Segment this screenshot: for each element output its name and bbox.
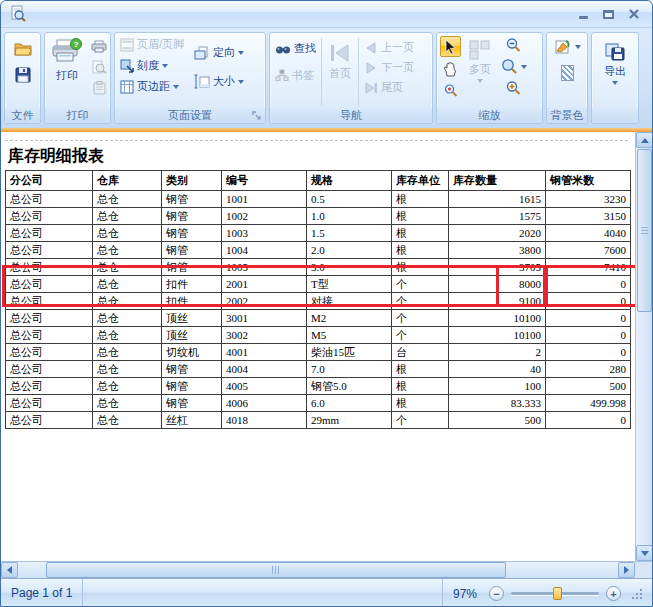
quick-print-button[interactable] [88,38,110,55]
table-row: 总公司总仓钢管40066.0根83.333499.998 [6,395,631,412]
size-button[interactable]: 大小 [192,73,246,90]
table-cell: 499.998 [546,395,631,412]
table-cell: 总公司 [6,225,93,242]
table-row: 总公司总仓钢管4005钢管5.0根100500 [6,378,631,395]
table-row: 总公司总仓钢管40047.0根40280 [6,361,631,378]
scroll-left-button[interactable] [1,562,18,578]
report-table-body: 总公司总仓钢管10010.5根16153230总公司总仓钢管10021.0根15… [6,191,631,429]
margins-button[interactable]: 页边距 [118,78,186,95]
table-cell: 钢管 [162,242,222,259]
zoom-region-button[interactable] [440,82,461,99]
table-cell: 4001 [222,344,307,361]
page-indicator: Page 1 of 1 [1,579,83,607]
table-cell: 1615 [449,191,546,208]
table-cell: 根 [392,395,449,412]
table-cell: 钢管 [162,361,222,378]
header-footer-icon [120,38,134,52]
zoom-in-slider-button[interactable]: + [606,586,621,601]
table-cell: 总公司 [6,327,93,344]
close-button[interactable] [621,6,646,23]
table-cell: 3002 [222,327,307,344]
annotation-meters-box [545,265,638,307]
table-cell: 根 [392,191,449,208]
resize-grip[interactable] [630,587,644,601]
horizontal-scroll-thumb[interactable] [46,562,506,578]
table-cell: 个 [392,327,449,344]
zoom-in-button[interactable] [499,79,529,97]
zoom-slider-track[interactable] [511,592,599,595]
column-header: 仓库 [93,171,162,191]
table-cell: 钢管 [162,395,222,412]
hand-tool-button[interactable] [440,60,461,79]
column-header: 钢管米数 [546,171,631,191]
printer-icon: ? [51,38,83,66]
margins-icon [120,80,134,94]
table-cell: 钢管5.0 [307,378,392,395]
scroll-up-button[interactable] [636,132,652,148]
scroll-down-button[interactable] [636,545,652,561]
table-cell: 4004 [222,361,307,378]
zoom-out-slider-button[interactable]: − [489,586,504,601]
last-page-icon [364,82,378,94]
table-cell: 总公司 [6,191,93,208]
table-cell: 总仓 [93,208,162,225]
first-page-button: 首页 [325,36,355,108]
table-cell: 柴油15匹 [307,344,392,361]
table-cell: 1002 [222,208,307,225]
dialog-launcher-icon[interactable] [252,111,262,121]
vertical-scroll-thumb[interactable] [637,149,652,312]
table-cell: 2.0 [307,242,392,259]
minimize-button[interactable] [571,6,596,23]
vertical-scrollbar[interactable] [635,132,652,561]
table-cell: 500 [546,378,631,395]
zoom-slider-area: − + [487,586,652,601]
background-color-button[interactable] [552,38,583,56]
table-row: 总公司总仓顶丝3001M2个101000 [6,310,631,327]
zoom-level-button[interactable] [499,58,529,75]
table-cell: 10100 [449,310,546,327]
table-cell: 总公司 [6,378,93,395]
find-button[interactable]: 查找 [273,40,318,57]
table-cell: 3800 [449,242,546,259]
hand-icon [443,62,458,77]
table-cell: 根 [392,378,449,395]
orientation-button[interactable]: 定向 [192,44,246,61]
column-header: 规格 [307,171,392,191]
horizontal-scrollbar[interactable] [1,561,652,578]
maximize-button[interactable] [596,6,621,23]
table-cell: 10100 [449,327,546,344]
group-page-setup: 页眉/页脚 刻度 [114,32,266,124]
table-row: 总公司总仓顶丝3002M5个101000 [6,327,631,344]
group-label-print: 打印 [45,108,110,123]
column-header: 编号 [222,171,307,191]
zoom-slider-thumb[interactable] [553,587,562,600]
scroll-right-button[interactable] [618,562,635,578]
table-cell: 总仓 [93,191,162,208]
print-button[interactable]: ? 打印 [48,36,86,108]
table-row: 总公司总仓钢管10010.5根16153230 [6,191,631,208]
table-cell: 钢管 [162,378,222,395]
size-icon [194,74,210,89]
watermark-button[interactable] [558,63,577,83]
table-cell: 总仓 [93,378,162,395]
statusbar: Page 1 of 1 97% − + [1,578,652,607]
page-options-icon [88,79,110,97]
horizontal-scroll-track[interactable] [18,562,618,578]
table-cell: 总仓 [93,395,162,412]
pointer-tool-button[interactable] [440,36,461,57]
table-cell: 7.0 [307,361,392,378]
table-row: 总公司总仓丝杠401829mm个5000 [6,412,631,429]
zoom-out-button[interactable] [499,36,529,54]
print-preview-icon [9,5,27,23]
open-file-button[interactable] [11,40,35,58]
table-cell: 总公司 [6,242,93,259]
zoom-out-icon [506,38,522,52]
scale-button[interactable]: 刻度 [118,57,186,74]
table-cell: 切纹机 [162,344,222,361]
save-button[interactable] [12,65,34,85]
table-cell: 总仓 [93,242,162,259]
header-footer-button: 页眉/页脚 [118,36,186,53]
table-cell: 钢管 [162,208,222,225]
export-button[interactable]: 导出 [601,36,629,108]
table-cell: 总公司 [6,208,93,225]
